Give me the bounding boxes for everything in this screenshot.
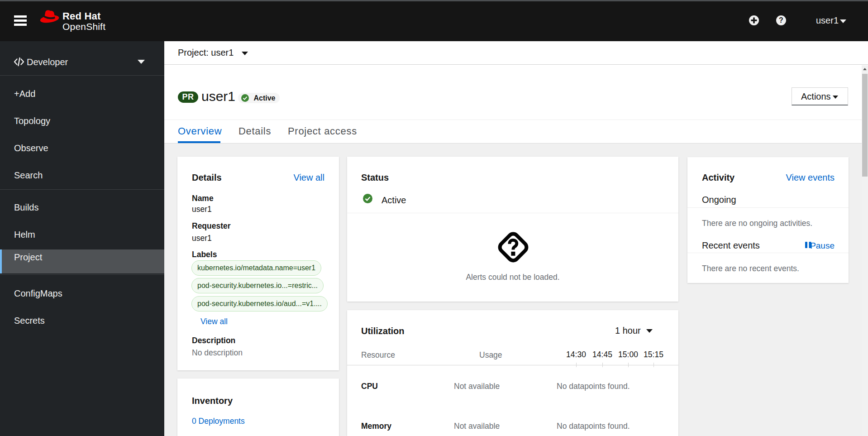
svg-text:?: ?: [779, 16, 783, 24]
